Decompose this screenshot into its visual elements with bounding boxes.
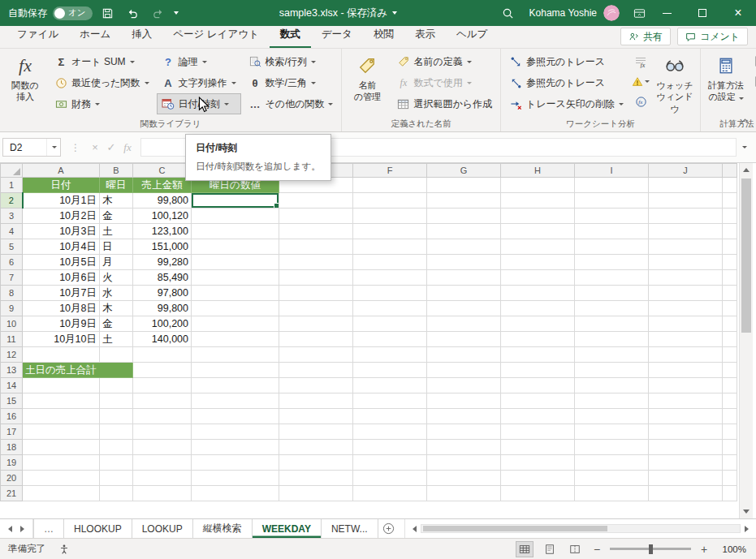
evaluate-formula-button[interactable]: fx <box>631 92 650 112</box>
confirm-entry-button[interactable]: ✓ <box>103 138 119 157</box>
cell-C9[interactable]: 99,800 <box>133 301 192 316</box>
ribbon-tab-5[interactable]: 数式 <box>270 23 311 48</box>
cell-J20[interactable] <box>649 471 723 486</box>
ribbon-tab-9[interactable]: ヘルプ <box>446 23 498 48</box>
cell-H19[interactable] <box>501 455 575 471</box>
row-header-3[interactable]: 3 <box>1 209 23 224</box>
cell-C5[interactable]: 151,000 <box>133 239 192 255</box>
cell-B8[interactable]: 水 <box>100 286 133 301</box>
formula-bar-resize-handle[interactable]: ⋮ <box>71 142 80 153</box>
cell-J19[interactable] <box>649 455 723 471</box>
cell-B19[interactable] <box>100 455 133 471</box>
cell-F20[interactable] <box>353 471 427 486</box>
cell-J5[interactable] <box>649 239 723 255</box>
view-page-layout-button[interactable] <box>541 541 559 557</box>
close-button[interactable]: × <box>720 0 756 26</box>
user-name[interactable]: Kohama Yoshie <box>529 7 597 19</box>
cell-H9[interactable] <box>501 301 575 316</box>
cell-J17[interactable] <box>649 424 723 440</box>
row-header-18[interactable]: 18 <box>1 440 23 455</box>
cell-H8[interactable] <box>501 286 575 301</box>
cell-I7[interactable] <box>575 270 649 286</box>
cell-B6[interactable]: 月 <box>100 255 133 270</box>
row-header-15[interactable]: 15 <box>1 393 23 409</box>
cell-A16[interactable] <box>23 409 100 424</box>
cell-J12[interactable] <box>649 347 723 363</box>
cell-F7[interactable] <box>353 270 427 286</box>
cell-J11[interactable] <box>649 332 723 347</box>
cell-J8[interactable] <box>649 286 723 301</box>
cell-C3[interactable]: 100,120 <box>133 209 192 224</box>
ribbon-tab-3[interactable]: 挿入 <box>121 23 162 48</box>
cell-A10[interactable]: 10月9日 <box>23 316 100 332</box>
cell-G16[interactable] <box>427 409 501 424</box>
cell-B3[interactable]: 金 <box>100 209 133 224</box>
cell-I15[interactable] <box>575 393 649 409</box>
cell-G17[interactable] <box>427 424 501 440</box>
cell-B11[interactable]: 土 <box>100 332 133 347</box>
cell-D13[interactable] <box>192 363 279 378</box>
cell-E19[interactable] <box>279 455 353 471</box>
cell-G11[interactable] <box>427 332 501 347</box>
vertical-scroll-thumb[interactable] <box>741 178 751 333</box>
cell-G21[interactable] <box>427 486 501 501</box>
cell-A20[interactable] <box>23 471 100 486</box>
cell-D9[interactable] <box>192 301 279 316</box>
cell-F19[interactable] <box>353 455 427 471</box>
cell-E6[interactable] <box>279 255 353 270</box>
cell-J15[interactable] <box>649 393 723 409</box>
error-checking-button[interactable] <box>631 71 650 92</box>
cell-H13[interactable] <box>501 363 575 378</box>
cell-B5[interactable]: 日 <box>100 239 133 255</box>
cell-A1[interactable]: 日付 <box>23 178 100 193</box>
sheet-tab-1[interactable]: HLOOKUP <box>64 519 132 538</box>
cell-H2[interactable] <box>501 193 575 209</box>
cell-I19[interactable] <box>575 455 649 471</box>
vertical-scrollbar[interactable] <box>739 163 753 518</box>
cell-H11[interactable] <box>501 332 575 347</box>
cell-C20[interactable] <box>133 471 192 486</box>
cell-D17[interactable] <box>192 424 279 440</box>
cell-B7[interactable]: 火 <box>100 270 133 286</box>
cell-D18[interactable] <box>192 440 279 455</box>
cell-A21[interactable] <box>23 486 100 501</box>
cell-G12[interactable] <box>427 347 501 363</box>
row-header-16[interactable]: 16 <box>1 409 23 424</box>
create-from-selection-button[interactable]: 選択範囲から作成 <box>391 93 497 114</box>
cell-E7[interactable] <box>279 270 353 286</box>
trace-precedents-button[interactable]: 参照元のトレース <box>504 51 629 72</box>
column-header-F[interactable]: F <box>353 164 427 178</box>
cell-A17[interactable] <box>23 424 100 440</box>
scroll-up-arrow[interactable] <box>740 163 753 177</box>
column-header-G[interactable]: G <box>427 164 501 178</box>
cell-F14[interactable] <box>353 378 427 393</box>
calculation-options-button[interactable]: 計算方法の設定 <box>704 50 748 117</box>
cell-B2[interactable]: 木 <box>100 193 133 209</box>
ribbon-display-options-icon[interactable] <box>629 3 649 23</box>
view-page-break-button[interactable] <box>566 541 584 557</box>
cell-F21[interactable] <box>353 486 427 501</box>
cell-H6[interactable] <box>501 255 575 270</box>
cell-F8[interactable] <box>353 286 427 301</box>
cell-C13[interactable] <box>133 363 192 378</box>
cell-F3[interactable] <box>353 209 427 224</box>
sheet-tab-4[interactable]: WEEKDAY <box>253 519 322 538</box>
cell-G13[interactable] <box>427 363 501 378</box>
cell-C4[interactable]: 123,100 <box>133 224 192 239</box>
cell-C19[interactable] <box>133 455 192 471</box>
cell-D10[interactable] <box>192 316 279 332</box>
cell-A12[interactable] <box>23 347 100 363</box>
cell-E8[interactable] <box>279 286 353 301</box>
row-header-2[interactable]: 2 <box>1 193 23 209</box>
row-header-10[interactable]: 10 <box>1 316 23 332</box>
cell-A14[interactable] <box>23 378 100 393</box>
scroll-down-arrow[interactable] <box>740 505 753 518</box>
ribbon-tab-4[interactable]: ページ レイアウト <box>162 23 270 48</box>
cell-A5[interactable]: 10月4日 <box>23 239 100 255</box>
cell-A7[interactable]: 10月6日 <box>23 270 100 286</box>
cell-A6[interactable]: 10月5日 <box>23 255 100 270</box>
new-sheet-button[interactable] <box>378 519 400 538</box>
logical-button[interactable]: ? 論理 <box>157 51 241 72</box>
cell-E11[interactable] <box>279 332 353 347</box>
cell-H14[interactable] <box>501 378 575 393</box>
